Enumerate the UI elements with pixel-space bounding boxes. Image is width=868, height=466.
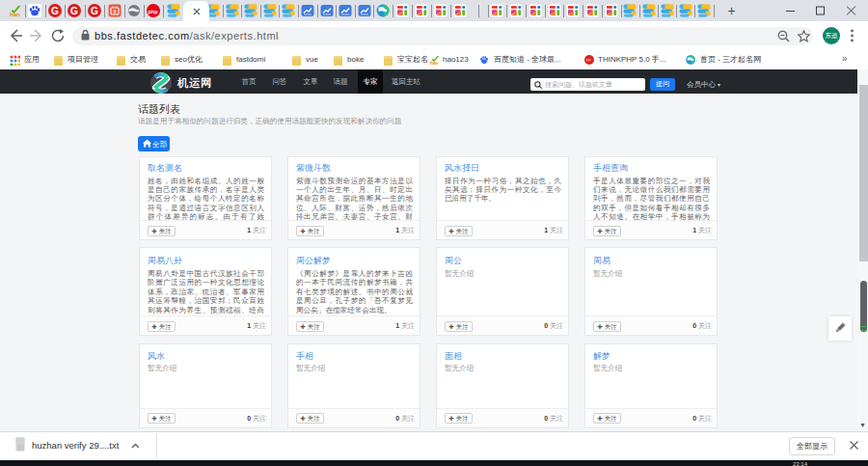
svg-text:G: G bbox=[51, 6, 59, 16]
svg-text:php: php bbox=[148, 9, 158, 14]
svg-text:hao: hao bbox=[10, 12, 20, 17]
svg-text:TP: TP bbox=[586, 58, 591, 63]
svg-text:hao: hao bbox=[430, 61, 438, 66]
svg-text:G: G bbox=[70, 6, 78, 16]
svg-text:G: G bbox=[91, 6, 98, 16]
